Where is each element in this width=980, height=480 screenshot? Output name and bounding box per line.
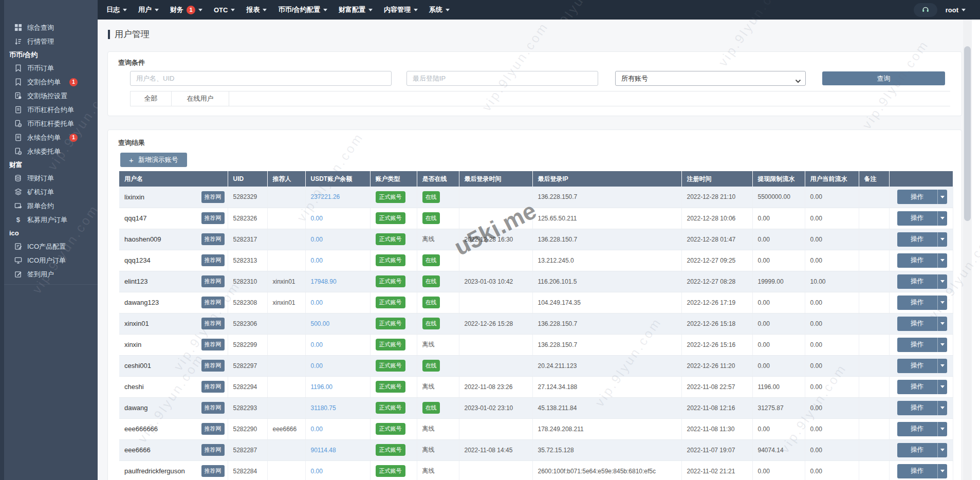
sidebar-item-miner-orders[interactable]: 矿机订单 — [4, 185, 98, 199]
scrollbar-thumb[interactable] — [964, 46, 971, 221]
action-dropdown-toggle[interactable] — [937, 359, 947, 373]
sidebar-item-margin-entrust-orders[interactable]: 币币杠杆委托单 — [4, 117, 98, 131]
action-split-button[interactable]: 操作 — [897, 253, 947, 268]
sidebar-item-ico-user-orders[interactable]: ICO用户订单 — [4, 253, 98, 267]
user-menu[interactable]: root — [946, 6, 966, 14]
referrer-net-badge[interactable]: 推荐网 — [201, 275, 225, 287]
action-dropdown-toggle[interactable] — [937, 211, 947, 226]
referrer-net-badge[interactable]: 推荐网 — [201, 212, 225, 224]
action-split-button[interactable]: 操作 — [897, 296, 947, 310]
action-dropdown-toggle[interactable] — [937, 274, 947, 289]
action-dropdown-toggle[interactable] — [937, 380, 947, 394]
sidebar-item-market-manage[interactable]: 行情管理 — [4, 34, 98, 48]
action-dropdown-toggle[interactable] — [937, 232, 947, 247]
sidebar-section-section-coin-contract: 币币/合约 — [4, 48, 98, 61]
action-dropdown-toggle[interactable] — [937, 464, 947, 478]
action-dropdown-toggle[interactable] — [937, 296, 947, 310]
balance-link[interactable]: 17948.90 — [311, 278, 337, 285]
nav-item-logs[interactable]: 日志 — [101, 0, 133, 20]
nav-item-coin-contract-config[interactable]: 币币/合约配置 — [272, 0, 333, 20]
action-split-button[interactable]: 操作 — [897, 401, 947, 415]
balance-link[interactable]: 500.00 — [311, 320, 330, 327]
action-split-button[interactable]: 操作 — [897, 274, 947, 289]
tab-all[interactable]: 全部 — [130, 91, 172, 106]
referrer-net-badge[interactable]: 推荐网 — [201, 254, 225, 266]
balance-link[interactable]: 0.00 — [311, 215, 323, 222]
referrer-net-badge[interactable]: 推荐网 — [201, 360, 225, 372]
balance-link[interactable]: 31180.75 — [311, 404, 336, 412]
action-split-button[interactable]: 操作 — [897, 317, 947, 331]
action-dropdown-toggle[interactable] — [937, 317, 947, 331]
sidebar-item-checkin-users[interactable]: 签到用户 — [4, 267, 98, 281]
action-split-button[interactable]: 操作 — [897, 443, 947, 457]
action-split-button[interactable]: 操作 — [897, 380, 947, 394]
username-text: ceshi001 — [124, 362, 151, 370]
nav-item-users[interactable]: 用户 — [133, 0, 164, 20]
referrer-net-badge[interactable]: 推荐网 — [201, 444, 225, 456]
cell-last-login-time — [459, 334, 532, 355]
username-input[interactable] — [130, 71, 392, 86]
action-split-button[interactable]: 操作 — [897, 232, 947, 247]
nav-item-reports[interactable]: 报表 — [241, 0, 272, 20]
balance-link[interactable]: 90114.48 — [311, 447, 336, 454]
account-type-select[interactable]: 所有账号 — [615, 71, 806, 86]
file-icon — [14, 106, 22, 114]
balance-link[interactable]: 0.00 — [311, 299, 323, 306]
cell-withdraw-limit-flow: 0.00 — [752, 313, 805, 334]
balance-link[interactable]: 0.00 — [311, 236, 323, 243]
referrer-net-badge[interactable]: 推荐网 — [201, 339, 225, 350]
action-split-button[interactable]: 操作 — [897, 422, 947, 436]
page-scrollbar[interactable] — [963, 20, 972, 480]
cell-remark — [859, 334, 889, 355]
balance-link[interactable]: 237221.26 — [311, 193, 340, 200]
referrer-net-badge[interactable]: 推荐网 — [201, 381, 225, 393]
action-dropdown-toggle[interactable] — [937, 190, 947, 204]
nav-item-content-management[interactable]: 内容管理 — [378, 0, 423, 20]
sidebar-item-delivery-control-settings[interactable]: 交割场控设置 — [4, 89, 98, 103]
sidebar-item-follow-contract[interactable]: 跟单合约 — [4, 199, 98, 213]
support-button[interactable] — [914, 3, 937, 17]
referrer-net-badge[interactable]: 推荐网 — [201, 402, 225, 414]
nav-item-wealth-config[interactable]: 财富配置 — [333, 0, 378, 20]
sidebar-item-overview-query[interactable]: 综合查询 — [4, 21, 98, 34]
last-login-ip-input[interactable] — [406, 71, 598, 86]
nav-item-system[interactable]: 系统 — [423, 0, 455, 20]
balance-link[interactable]: 0.00 — [311, 257, 323, 264]
tab-online-users[interactable]: 在线用户 — [172, 91, 229, 106]
balance-link[interactable]: 0.00 — [311, 362, 323, 370]
sidebar-item-private-fund-orders[interactable]: $私募用户订单 — [4, 213, 98, 227]
referrer-net-badge[interactable]: 推荐网 — [201, 233, 225, 245]
search-button[interactable]: 查询 — [822, 71, 945, 85]
action-dropdown-toggle[interactable] — [937, 422, 947, 436]
action-dropdown-toggle[interactable] — [937, 443, 947, 457]
sidebar-item-perpetual-contract-orders[interactable]: 永续合约单1 — [4, 131, 98, 144]
cell-register-time: 2022-12-28 01:47 — [681, 229, 752, 250]
balance-link[interactable]: 0.00 — [311, 341, 323, 348]
sidebar-item-coin-orders[interactable]: 币币订单 — [4, 61, 98, 75]
balance-link[interactable]: 1196.00 — [311, 383, 333, 391]
action-dropdown-toggle[interactable] — [937, 338, 947, 352]
referrer-net-badge[interactable]: 推荐网 — [201, 318, 225, 329]
action-dropdown-toggle[interactable] — [937, 401, 947, 415]
action-split-button[interactable]: 操作 — [897, 211, 947, 226]
sidebar-item-finance-orders[interactable]: 理财订单 — [4, 171, 98, 185]
nav-item-otc[interactable]: OTC — [208, 0, 241, 20]
action-split-button[interactable]: 操作 — [897, 338, 947, 352]
referrer-net-badge[interactable]: 推荐网 — [201, 465, 225, 477]
action-split-button[interactable]: 操作 — [897, 359, 947, 373]
referrer-net-badge[interactable]: 推荐网 — [201, 297, 225, 308]
action-split-button[interactable]: 操作 — [897, 190, 947, 204]
add-demo-account-button[interactable]: + 新增演示账号 — [120, 153, 187, 167]
sidebar-item-ico-product-config[interactable]: ICO产品配置 — [4, 239, 98, 253]
nav-item-finance[interactable]: 财务1 — [164, 0, 208, 20]
sidebar-item-margin-contract-orders[interactable]: 币币杠杆合约单 — [4, 103, 98, 117]
sidebar-item-perpetual-entrust-orders[interactable]: 永续委托单 — [4, 144, 98, 158]
balance-link[interactable]: 0.00 — [311, 468, 323, 475]
action-button-label: 操作 — [897, 193, 937, 201]
action-split-button[interactable]: 操作 — [897, 464, 947, 478]
action-dropdown-toggle[interactable] — [937, 253, 947, 268]
sidebar-item-delivery-contract-orders[interactable]: 交割合约单1 — [4, 75, 98, 89]
referrer-net-badge[interactable]: 推荐网 — [201, 423, 225, 435]
balance-link[interactable]: 0.00 — [311, 426, 323, 433]
referrer-net-badge[interactable]: 推荐网 — [201, 191, 225, 203]
